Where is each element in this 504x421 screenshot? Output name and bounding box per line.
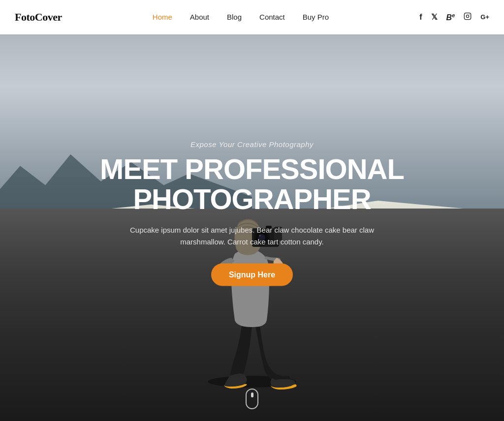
nav-link-contact[interactable]: Contact: [259, 13, 285, 21]
hero-description: Cupcake ipsum dolor sit amet jujubes. Be…: [124, 224, 380, 247]
behance-icon[interactable]: Be: [446, 12, 455, 22]
scroll-indicator[interactable]: [246, 389, 258, 409]
nav-link-home[interactable]: Home: [153, 13, 172, 21]
hero-title: MEET PROFESSIONAL PHOTOGRAPHER: [67, 154, 437, 214]
nav-link-about[interactable]: About: [190, 13, 209, 21]
nav-links: Home About Blog Contact Buy Pro: [153, 13, 329, 22]
facebook-icon[interactable]: f: [419, 13, 422, 22]
nav-item-about[interactable]: About: [190, 13, 209, 22]
svg-rect-0: [465, 13, 471, 19]
nav-link-blog[interactable]: Blog: [227, 13, 242, 21]
svg-point-2: [469, 14, 470, 15]
svg-point-1: [467, 15, 469, 17]
hero-section: Expose Your Creative Photography MEET PR…: [0, 34, 504, 421]
social-links: f 𝕏 Be G+: [419, 12, 489, 22]
instagram-icon[interactable]: [464, 12, 472, 22]
nav-link-buypro[interactable]: Buy Pro: [303, 13, 329, 21]
hero-content: Expose Your Creative Photography MEET PR…: [67, 140, 437, 286]
nav-item-buypro[interactable]: Buy Pro: [303, 13, 329, 22]
nav-item-contact[interactable]: Contact: [259, 13, 285, 22]
google-icon[interactable]: G+: [480, 13, 489, 21]
nav-item-home[interactable]: Home: [153, 13, 172, 22]
navbar: FotoCover Home About Blog Contact Buy Pr…: [0, 0, 504, 34]
signup-button[interactable]: Signup Here: [211, 263, 293, 286]
brand-logo[interactable]: FotoCover: [15, 11, 62, 24]
nav-item-blog[interactable]: Blog: [227, 13, 242, 22]
twitter-icon[interactable]: 𝕏: [431, 12, 438, 22]
scroll-dot: [251, 392, 253, 397]
hero-subtitle: Expose Your Creative Photography: [67, 140, 437, 149]
